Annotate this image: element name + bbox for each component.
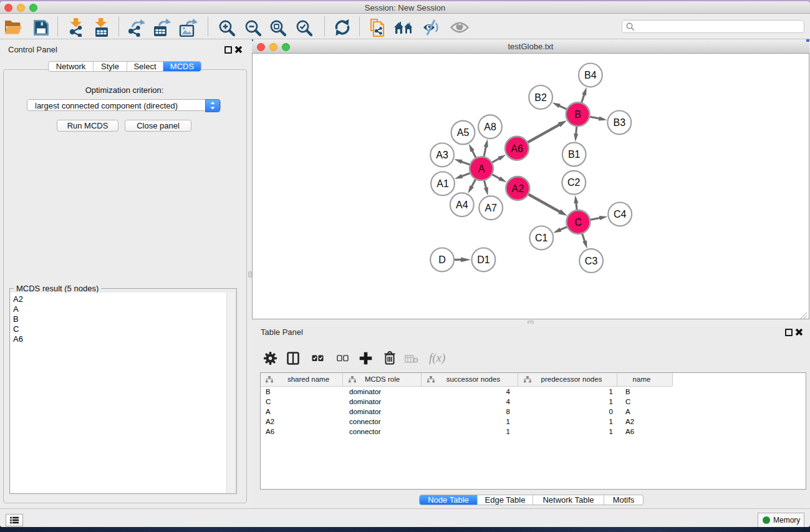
svg-text:A: A [478,163,485,174]
svg-text:A6: A6 [511,143,523,154]
svg-text:C1: C1 [535,233,548,243]
svg-text:A2: A2 [512,183,524,194]
svg-text:D: D [438,254,446,265]
svg-text:A5: A5 [457,127,470,138]
svg-text:D1: D1 [477,254,490,265]
svg-text:C2: C2 [567,177,581,188]
svg-text:C3: C3 [585,256,598,266]
svg-text:B4: B4 [584,70,597,80]
svg-text:C: C [575,217,582,228]
svg-text:B1: B1 [568,149,581,160]
svg-text:A3: A3 [436,150,448,160]
svg-text:B3: B3 [614,117,626,128]
svg-text:B: B [574,109,581,120]
svg-text:C4: C4 [614,209,627,220]
svg-text:A1: A1 [436,178,449,189]
svg-text:B2: B2 [534,92,547,103]
svg-text:A4: A4 [456,200,468,210]
svg-text:A8: A8 [484,122,496,132]
svg-text:A7: A7 [485,203,497,213]
